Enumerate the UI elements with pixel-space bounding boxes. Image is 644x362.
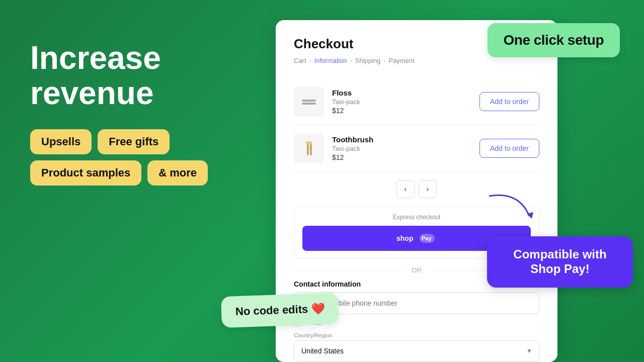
svg-rect-0 [302, 100, 316, 102]
breadcrumb-sep-1: › [309, 57, 311, 64]
arrow-decoration [479, 186, 539, 226]
tags-container: Upsells Free gifts Product samples & mor… [30, 129, 221, 186]
toothbrush-name: Toothbrush [332, 135, 479, 144]
toothbrush-variant: Two-pack [332, 145, 479, 152]
floss-variant: Two-pack [332, 98, 479, 106]
left-panel: Increase revenue Upsells Free gifts Prod… [30, 40, 221, 186]
next-page-button[interactable]: › [419, 180, 437, 198]
compatible-text: Compatible withShop Pay! [513, 247, 606, 276]
breadcrumb-sep-2: › [350, 57, 352, 64]
add-to-order-toothbrush-button[interactable]: Add to order [479, 139, 539, 158]
breadcrumb-payment[interactable]: Payment [388, 57, 414, 64]
breadcrumb-sep-3: › [383, 57, 385, 64]
svg-rect-1 [302, 103, 316, 105]
product-info-toothbrush: Toothbrush Two-pack $12 [332, 135, 479, 161]
floss-icon [300, 93, 318, 111]
breadcrumb-information[interactable]: Information [314, 57, 347, 64]
product-img-floss [294, 86, 324, 117]
add-to-order-floss-button[interactable]: Add to order [479, 92, 539, 111]
breadcrumb: Cart › Information › Shipping › Payment [294, 57, 539, 64]
chevron-down-icon: ▼ [526, 347, 532, 354]
toothbrush-icon [300, 139, 318, 157]
bubble-one-click: One click setup [488, 23, 620, 57]
country-wrapper: United States ▼ [294, 340, 539, 361]
toothbrush-price: $12 [332, 153, 479, 161]
product-info-floss: Floss Two-pack $12 [332, 88, 479, 115]
breadcrumb-shipping[interactable]: Shipping [355, 57, 381, 64]
floss-name: Floss [332, 88, 479, 97]
country-section: Country/Region United States ▼ [294, 332, 539, 361]
tag-product-samples: Product samples [30, 160, 141, 186]
breadcrumb-cart[interactable]: Cart [294, 57, 306, 64]
tag-free-gifts: Free gifts [98, 129, 170, 154]
bubble-compatible: Compatible withShop Pay! [487, 236, 633, 288]
shop-pay-logo: shop Pay [396, 233, 437, 244]
nocode-text: No code edits ❤️ [235, 302, 325, 318]
tag-upsells: Upsells [30, 129, 92, 154]
floss-price: $12 [332, 107, 479, 115]
svg-rect-4 [306, 141, 312, 145]
tag-more: & more [147, 160, 208, 186]
country-select[interactable]: United States [294, 340, 539, 361]
svg-text:Pay: Pay [422, 235, 432, 241]
product-img-toothbrush [294, 133, 324, 163]
headline: Increase revenue [30, 40, 221, 111]
bubble-nocode: No code edits ❤️ [221, 293, 339, 328]
product-row-toothbrush: Toothbrush Two-pack $12 Add to order [294, 125, 539, 172]
svg-text:shop: shop [396, 234, 413, 242]
country-label: Country/Region [294, 332, 539, 338]
prev-page-button[interactable]: ‹ [396, 180, 415, 198]
product-row-floss: Floss Two-pack $12 Add to order [294, 78, 539, 125]
